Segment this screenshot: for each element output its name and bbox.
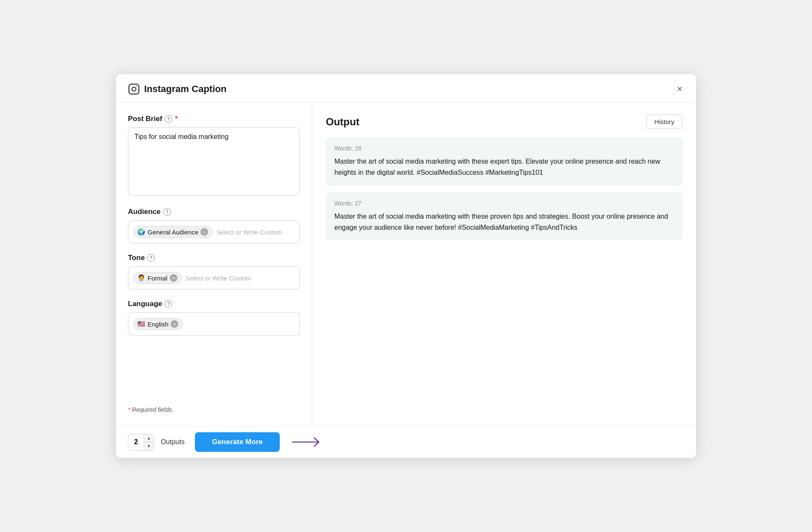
language-tag-input[interactable]: 🇺🇸 English × [128,312,300,335]
post-brief-textarea[interactable] [128,127,300,196]
modal-body: Post Brief ? * Audience ? 🌍 General Audi… [116,103,696,426]
output-words-1: Words: 26 [334,145,674,152]
language-label: Language ? [128,300,300,308]
tone-help-icon[interactable]: ? [147,254,155,262]
language-tag-label: English [148,321,168,328]
svg-point-2 [136,86,137,87]
tone-group: Tone ? 🧑‍💼 Formal × Select or Write Cust… [128,254,300,289]
required-note-text: Required fields. [132,406,173,413]
generate-more-button[interactable]: Generate More [195,432,280,452]
instagram-caption-modal: Instagram Caption × Post Brief ? * Audie… [116,74,696,458]
language-tag-emoji: 🇺🇸 [137,320,145,328]
audience-tag-input[interactable]: 🌍 General Audience × Select or Write Cus… [128,220,300,243]
tone-tag-input[interactable]: 🧑‍💼 Formal × Select or Write Custom [128,266,300,289]
output-header: Output History [326,115,682,129]
modal-title: Instagram Caption [144,84,226,95]
post-brief-required-star: * [175,115,178,123]
language-tag-remove[interactable]: × [171,320,178,328]
required-note: * Required fields. [128,406,300,417]
output-text-2: Master the art of social media marketing… [334,211,674,233]
outputs-label: Outputs [161,438,185,446]
audience-tag-emoji: 🌍 [137,228,145,236]
tone-tag-formal: 🧑‍💼 Formal × [133,272,182,284]
audience-help-icon[interactable]: ? [163,208,171,216]
output-title: Output [326,116,360,128]
tone-tag-label: Formal [148,275,168,282]
audience-tag-label: General Audience [148,228,198,236]
close-button[interactable]: × [675,83,684,95]
svg-rect-0 [129,84,139,94]
language-tag-english: 🇺🇸 English × [133,318,183,330]
stepper-buttons: ▲ ▼ [144,434,154,450]
output-words-2: Words: 27 [334,200,674,207]
tone-label: Tone ? [128,254,300,262]
output-text-1: Master the art of social media marketing… [334,156,674,178]
footer-row: ▲ ▼ Outputs Generate More [116,426,696,458]
audience-placeholder: Select or Write Custom [216,228,282,236]
instagram-icon [128,83,140,95]
stepper-down-button[interactable]: ▼ [144,442,154,450]
output-card-2: Words: 27 Master the art of social media… [326,192,682,240]
audience-group: Audience ? 🌍 General Audience × Select o… [128,208,300,243]
svg-point-1 [132,87,136,91]
outputs-value[interactable] [128,436,144,448]
audience-tag-remove[interactable]: × [200,228,208,236]
generate-arrow-icon [288,436,327,448]
tone-tag-emoji: 🧑‍💼 [137,274,145,282]
language-help-icon[interactable]: ? [165,300,172,308]
outputs-stepper[interactable]: ▲ ▼ [128,434,154,451]
right-panel: Output History Words: 26 Master the art … [312,103,696,426]
modal-header: Instagram Caption × [116,74,696,103]
title-group: Instagram Caption [128,83,226,95]
history-button[interactable]: History [646,115,682,129]
post-brief-label: Post Brief ? * [128,115,300,123]
arrow-container [288,436,327,448]
audience-label: Audience ? [128,208,300,216]
post-brief-group: Post Brief ? * [128,115,300,197]
tone-tag-remove[interactable]: × [170,274,177,282]
stepper-up-button[interactable]: ▲ [144,434,154,442]
output-card-1: Words: 26 Master the art of social media… [326,137,682,185]
language-group: Language ? 🇺🇸 English × [128,300,300,335]
post-brief-help-icon[interactable]: ? [165,115,172,123]
tone-placeholder: Select or Write Custom [186,275,251,282]
audience-tag-general: 🌍 General Audience × [133,226,213,238]
left-panel: Post Brief ? * Audience ? 🌍 General Audi… [116,103,312,426]
